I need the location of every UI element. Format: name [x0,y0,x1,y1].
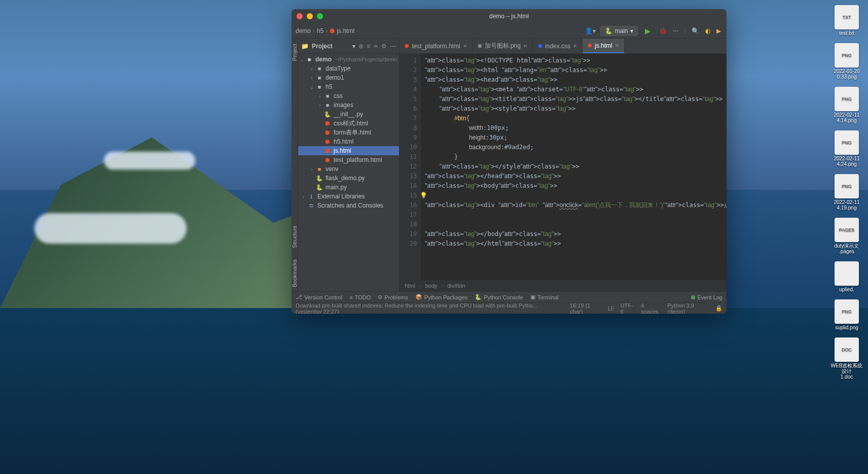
select-opened-icon[interactable]: ⊕ [358,43,364,50]
tree-item[interactable]: 🐍__init__.py [298,110,399,119]
tree-item[interactable]: 🐍main.py [298,183,399,192]
terminal-tab[interactable]: ▣ Terminal [530,294,559,300]
tree-item[interactable]: ⬢test_platform.html [298,155,399,164]
tree-item[interactable]: ›■demo1 [298,73,399,82]
window-controls [297,13,323,19]
cursor-position[interactable]: 16:19 (1 char) [570,302,602,314]
debug-icon[interactable]: 🐞 [658,27,668,35]
close-icon[interactable] [297,13,303,19]
sidebar-tool-bookmarks[interactable]: Bookmarks [292,258,298,288]
bottom-toolbar: ⎇ Version Control ≡ TODO ⊘ Problems 📦 Py… [292,291,727,302]
indent-setting[interactable]: 4 spaces [641,302,661,314]
desktop-file[interactable]: TXTtest.txt [829,5,864,36]
tree-item[interactable]: ›■css [298,91,399,100]
editor-tab[interactable]: ⬢加号图标.png✕ [473,39,533,53]
tree-item[interactable]: ›■venv [298,164,399,174]
desktop-file[interactable]: PNG2022-02-11 4.19.png [829,174,864,211]
interpreter[interactable]: Python 3.9 (demo) [667,302,709,314]
desktop-file[interactable]: PNGsuplid.png [829,299,864,330]
titlebar: demo – js.html [292,9,727,23]
navigation-bar: demo› h5› ⬢js.html 👤▾ 🐍main▾ ▶ 🐞 ⋯ │ 🔍 ◐… [292,23,727,39]
more-run-icon[interactable]: ⋯ [671,27,680,35]
hide-icon[interactable]: — [390,43,396,50]
desktop-icons: TXTtest.txtPNG2022-01-20 0.33.pngPNG2022… [829,5,864,380]
sidebar-tool-project[interactable]: Project [292,43,298,62]
editor-body[interactable]: 1234567891011121314151617181920 "attr">c… [400,54,727,280]
project-panel-header: 📁 Project ▾ ⊕ ≡ ≐ ⚙ — [298,39,399,54]
ide-support-icon[interactable]: ◐ [704,27,712,35]
window-title: demo – js.html [292,13,727,20]
tree-item[interactable]: ⌄■h5 [298,82,399,91]
run-config-selector[interactable]: 🐍main▾ [600,26,637,36]
code-with-me-icon[interactable]: ▶ [715,27,722,35]
tree-item[interactable]: ⧉Scratches and Consoles [298,201,399,210]
run-button[interactable]: ▶ [641,26,655,36]
sidebar-tool-structure[interactable]: Structure [292,224,298,249]
tree-item[interactable]: ⬢css样式.html [298,119,399,128]
close-tab-icon[interactable]: ✕ [523,43,527,49]
todo-tab[interactable]: ≡ TODO [349,294,371,300]
editor-breadcrumb[interactable]: html› body› div#btn [400,280,727,291]
editor-tabs: ⬢test_platform.html✕⬢加号图标.png✕⬢index.css… [400,39,727,54]
maximize-icon[interactable] [317,13,323,19]
tree-root[interactable]: ⌄■demo~/PycharmProjects/demo [298,55,399,64]
line-separator[interactable]: LF [608,306,614,312]
desktop-file[interactable]: uplied. [829,261,864,292]
file-encoding[interactable]: UTF-8 [621,302,635,314]
editor-tab[interactable]: ⬢js.html✕ [583,39,625,53]
tree-item[interactable]: ›■images [298,100,399,110]
left-tool-strip: Project Structure Bookmarks [292,39,298,291]
code-content[interactable]: "attr">class="tag"><!DOCTYPE html"attr">… [421,54,727,280]
project-panel: 📁 Project ▾ ⊕ ≡ ≐ ⚙ — ⌄■demo~/PycharmPro… [298,39,400,291]
tree-item[interactable]: 🐍flask_demo.py [298,174,399,183]
desktop-file[interactable]: PNG2022-02-11 4.24.png [829,130,864,167]
user-icon[interactable]: 👤▾ [584,27,597,35]
line-numbers: 1234567891011121314151617181920 [400,54,421,280]
tree-item[interactable]: ›■dataType [298,64,399,73]
version-control-tab[interactable]: ⎇ Version Control [296,294,342,300]
problems-tab[interactable]: ⊘ Problems [378,294,408,300]
event-log-tab[interactable]: Event Log [691,294,722,300]
editor-tab[interactable]: ⬢index.css✕ [533,39,583,53]
status-msg[interactable]: Download pre-built shared indexes: Reduc… [296,302,558,314]
tree-item[interactable]: ⬢js.html [298,146,399,155]
desktop-file[interactable]: PNG2022-01-20 0.33.png [829,43,864,80]
tree-item[interactable]: ›ℹExternal Libraries [298,192,399,201]
packages-tab[interactable]: 📦 Python Packages [415,294,468,300]
expand-all-icon[interactable]: ≡ [367,43,370,50]
search-icon[interactable]: 🔍 [690,27,701,35]
desktop-file[interactable]: DOCWEB巡检系统设计 1.doc [829,337,864,380]
status-bar: Download pre-built shared indexes: Reduc… [292,302,727,314]
editor: ⬢test_platform.html✕⬢加号图标.png✕⬢index.css… [400,39,727,291]
breadcrumb[interactable]: demo› h5› ⬢js.html [296,27,354,35]
minimize-icon[interactable] [307,13,313,19]
close-tab-icon[interactable]: ✕ [573,43,577,49]
desktop-file[interactable]: PAGESduty演示文 .pages [829,218,864,254]
tree-item[interactable]: ⬢form表单.html [298,128,399,137]
close-tab-icon[interactable]: ✕ [615,43,619,48]
desktop-file[interactable]: PNG2022-02-11 4.14.png [829,87,864,123]
gear-icon[interactable]: ⚙ [381,43,387,50]
collapse-all-icon[interactable]: ≐ [373,43,378,50]
ide-window: demo – js.html demo› h5› ⬢js.html 👤▾ 🐍ma… [292,9,727,314]
python-console-tab[interactable]: 🐍 Python Console [475,294,523,300]
editor-tab[interactable]: ⬢test_platform.html✕ [400,39,472,53]
tree-item[interactable]: ⬢h5.html [298,137,399,146]
project-tree[interactable]: ⌄■demo~/PycharmProjects/demo›■dataType›■… [298,54,399,291]
close-tab-icon[interactable]: ✕ [463,43,467,49]
lock-icon[interactable]: 🔒 [715,305,722,312]
